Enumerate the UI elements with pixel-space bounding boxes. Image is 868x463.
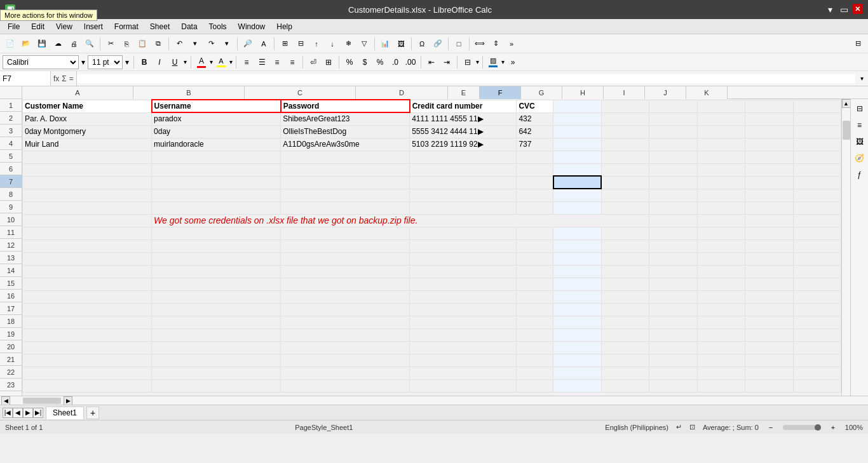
cell-f15[interactable] — [553, 278, 601, 290]
cell-d1[interactable]: Credit card number — [410, 100, 517, 112]
cell-c3[interactable]: OllieIsTheBestDog — [281, 125, 410, 138]
cell-g8[interactable] — [601, 189, 649, 201]
cell-b9[interactable] — [152, 201, 281, 214]
cell-i6[interactable] — [697, 163, 745, 176]
cell-k15[interactable] — [793, 278, 841, 290]
cell-d14[interactable] — [410, 265, 517, 278]
cell-g13[interactable] — [601, 252, 649, 265]
cell-j14[interactable] — [745, 265, 793, 278]
cell-k1[interactable] — [793, 100, 841, 112]
row-header-9[interactable]: 9 — [0, 201, 22, 213]
cell-b23[interactable] — [152, 379, 281, 392]
cell-g15[interactable] — [601, 278, 649, 290]
cell-e22[interactable] — [517, 366, 553, 379]
cell-b13[interactable] — [152, 252, 281, 265]
cell-b21[interactable] — [152, 354, 281, 366]
navigator-panel-btn[interactable]: 🧭 — [853, 151, 867, 165]
redo-dropdown[interactable]: ▾ — [219, 36, 234, 51]
currency-button[interactable]: $ — [358, 55, 372, 69]
cell-d23[interactable] — [410, 379, 517, 392]
row-header-23[interactable]: 23 — [0, 379, 22, 391]
col-header-b[interactable]: B — [133, 86, 245, 99]
wrap-text-button[interactable]: ⏎ — [306, 55, 320, 69]
cell-d16[interactable] — [410, 290, 517, 303]
cell-k4[interactable] — [793, 138, 841, 151]
cell-g2[interactable] — [601, 112, 649, 125]
cell-c12[interactable] — [281, 239, 410, 252]
font-color-btn[interactable]: A — [256, 36, 271, 51]
cell-k12[interactable] — [793, 239, 841, 252]
col-header-i[interactable]: I — [604, 86, 645, 99]
add-sheet-button[interactable]: + — [86, 406, 99, 419]
col-header-e[interactable]: E — [448, 86, 480, 99]
cell-g20[interactable] — [601, 341, 649, 354]
percent-button[interactable]: % — [373, 55, 387, 69]
bg-color-button[interactable]: ▨ — [486, 55, 500, 69]
cell-e20[interactable] — [517, 341, 553, 354]
print-preview-button[interactable]: 🔍 — [82, 36, 97, 51]
cell-f17[interactable] — [553, 303, 601, 316]
cell-c23[interactable] — [281, 379, 410, 392]
fx-icon[interactable]: fx — [53, 74, 59, 83]
cell-e12[interactable] — [517, 239, 553, 252]
cell-g6[interactable] — [601, 163, 649, 176]
justify-button[interactable]: ≡ — [285, 55, 299, 69]
cell-c2[interactable]: ShibesAreGreat123 — [281, 112, 410, 125]
cell-k21[interactable] — [793, 354, 841, 366]
special-chars-button[interactable]: Ω — [414, 36, 430, 51]
cell-c22[interactable] — [281, 366, 410, 379]
open-button[interactable]: 📂 — [18, 36, 34, 51]
cell-g16[interactable] — [601, 290, 649, 303]
cell-d18[interactable] — [410, 316, 517, 328]
cell-c11[interactable] — [281, 227, 410, 239]
cell-a11[interactable] — [23, 227, 152, 239]
cell-h18[interactable] — [649, 316, 697, 328]
cell-j11[interactable] — [745, 227, 793, 239]
cell-i8[interactable] — [697, 189, 745, 201]
cell-f8[interactable] — [553, 189, 601, 201]
col-header-d[interactable]: D — [356, 86, 448, 99]
cell-i19[interactable] — [697, 328, 745, 341]
cell-j3[interactable] — [745, 125, 793, 138]
cell-b5[interactable] — [152, 151, 281, 163]
cell-a13[interactable] — [23, 252, 152, 265]
cell-a4[interactable]: Muir Land — [23, 138, 152, 151]
cell-c6[interactable] — [281, 163, 410, 176]
cell-e4[interactable]: 737 — [517, 138, 553, 151]
cell-g23[interactable] — [601, 379, 649, 392]
horizontal-scrollbar[interactable]: ◀ ▶ — [0, 396, 868, 405]
cell-h10[interactable] — [649, 214, 697, 227]
cell-e15[interactable] — [517, 278, 553, 290]
cell-h5[interactable] — [649, 151, 697, 163]
sort-asc-button[interactable]: ↑ — [309, 36, 324, 51]
menu-sheet[interactable]: Sheet — [145, 21, 175, 32]
cell-h23[interactable] — [649, 379, 697, 392]
cell-h11[interactable] — [649, 227, 697, 239]
cell-j10[interactable] — [745, 214, 793, 227]
cell-b3[interactable]: 0day — [152, 125, 281, 138]
cell-b14[interactable] — [152, 265, 281, 278]
cell-d2[interactable]: 4111 1111 4555 11▶ — [410, 112, 517, 125]
row-header-1[interactable]: 1 — [0, 99, 22, 112]
align-left-button[interactable]: ≡ — [240, 55, 254, 69]
row-header-20[interactable]: 20 — [0, 340, 22, 353]
cell-b22[interactable] — [152, 366, 281, 379]
cell-f3[interactable] — [553, 125, 601, 138]
cell-d17[interactable] — [410, 303, 517, 316]
row-header-17[interactable]: 17 — [0, 302, 22, 315]
row-header-12[interactable]: 12 — [0, 239, 22, 252]
dec-places-button[interactable]: .0 — [388, 55, 402, 69]
cell-e1[interactable]: CVC — [517, 100, 553, 112]
menu-help[interactable]: Help — [271, 21, 297, 32]
cell-a12[interactable] — [23, 239, 152, 252]
cell-h14[interactable] — [649, 265, 697, 278]
more-btn[interactable]: » — [504, 36, 519, 51]
cell-f11[interactable] — [553, 227, 601, 239]
cell-k23[interactable] — [793, 379, 841, 392]
cell-g18[interactable] — [601, 316, 649, 328]
cell-f16[interactable] — [553, 290, 601, 303]
cell-a6[interactable] — [23, 163, 152, 176]
cell-a20[interactable] — [23, 341, 152, 354]
cell-f21[interactable] — [553, 354, 601, 366]
cell-h22[interactable] — [649, 366, 697, 379]
